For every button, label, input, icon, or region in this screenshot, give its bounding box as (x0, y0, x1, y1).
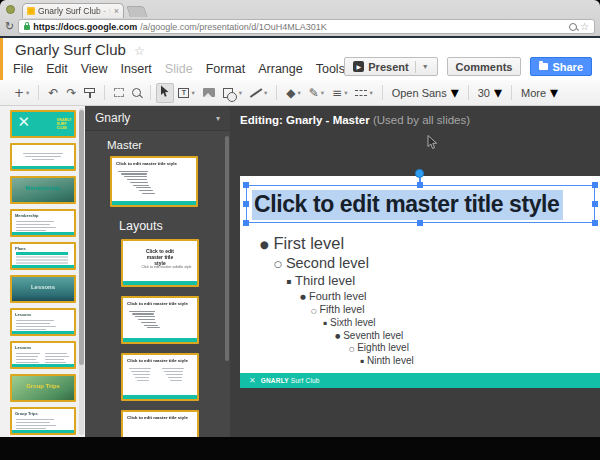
filmstrip-scrollbar[interactable] (79, 108, 84, 435)
present-dropdown[interactable]: ▼ (415, 61, 429, 73)
master-slide-thumbnail[interactable]: Click to edit master title style (110, 156, 198, 207)
resize-handle-sw[interactable] (243, 220, 249, 226)
font-size-value: 30 (478, 87, 490, 99)
star-document-icon[interactable]: ☆ (134, 44, 145, 58)
glyph: ↶ (48, 87, 58, 99)
text-line (129, 368, 151, 370)
present-button[interactable]: ▶ Present ▼ (344, 57, 437, 76)
magnifier-glyph (132, 88, 141, 97)
resize-handle-e[interactable] (592, 201, 598, 207)
text-line (45, 359, 64, 361)
tab-close-icon[interactable]: × (114, 7, 119, 16)
more-menu[interactable]: More ▾ (517, 83, 562, 102)
master-slide[interactable]: Click to edit master title style ●First … (240, 176, 600, 388)
master-panel: Gnarly ▾ Master Click to edit master tit… (85, 106, 230, 437)
mouse-cursor-icon (427, 135, 438, 154)
reload-icon[interactable]: ↻ (5, 21, 14, 32)
bullet-marker-icon: ○ (311, 307, 317, 315)
layout-thumbnail-1[interactable]: Click to edit master title styleClick to… (121, 239, 199, 287)
zoom-icon[interactable] (128, 83, 145, 103)
text-line (16, 353, 40, 355)
slide-thumbnail-7[interactable]: Lessons (10, 308, 76, 336)
slide-thumbnail-2[interactable] (10, 143, 76, 171)
new-tab-button[interactable] (126, 6, 148, 17)
text-line (138, 319, 155, 320)
slide-thumbnail-8[interactable]: Lessons (10, 341, 76, 369)
undo-icon[interactable]: ↶ (44, 83, 62, 103)
master-title-text[interactable]: Click to edit master title style (252, 190, 563, 220)
menu-format[interactable]: Format (206, 62, 246, 76)
menu-view[interactable]: View (81, 62, 108, 76)
glyph: ↷ (66, 87, 76, 99)
window-control-button[interactable] (6, 5, 15, 14)
redo-icon[interactable]: ↷ (62, 83, 80, 103)
image-icon[interactable] (199, 83, 219, 103)
fit-zoom-icon[interactable] (110, 83, 128, 103)
resize-handle-s[interactable] (417, 220, 423, 226)
thumb-footer (12, 265, 74, 268)
menu-edit[interactable]: Edit (46, 62, 68, 76)
thumb-title: Membership (15, 213, 39, 218)
text-line (166, 374, 183, 376)
text-box-icon[interactable]: T▾ (174, 83, 198, 103)
document-title[interactable]: Gnarly Surf Club (15, 41, 126, 58)
font-size-select[interactable]: 30 ▾ (474, 83, 506, 102)
shape-icon[interactable]: ▾ (219, 83, 246, 103)
resize-handle-w[interactable] (243, 201, 249, 207)
line-dash-icon[interactable]: ▾ (351, 83, 376, 103)
thumb-photo: Lessons (12, 277, 74, 301)
line-color-icon[interactable]: ✎▾ (305, 83, 328, 103)
resize-handle-nw[interactable] (243, 182, 249, 188)
toolbar: +▾↶↷T▾▾▾◆▾✎▾≡▾▾ Open Sans ▾ 30 ▾ More ▾ (0, 80, 600, 106)
browser-tab[interactable]: Gnarly Surf Club - Googl × (22, 3, 124, 18)
menu-tools[interactable]: Tools (316, 62, 345, 76)
text-line (137, 380, 149, 382)
font-family-select[interactable]: Open Sans ▾ (388, 83, 463, 102)
slide-thumbnail-1[interactable]: ✕GNARLY SURF CLUB (10, 110, 76, 138)
fill-color-icon[interactable]: ◆▾ (282, 83, 305, 103)
filmstrip-list: ✕GNARLY SURF CLUBMembershipMembershipPla… (0, 106, 85, 435)
slide-thumbnail-6[interactable]: Lessons (10, 275, 76, 303)
search-icon[interactable] (569, 23, 577, 31)
line-tool-icon[interactable]: ▾ (246, 83, 271, 103)
rotation-handle[interactable] (415, 169, 424, 178)
resize-handle-ne[interactable] (592, 182, 598, 188)
slide-thumbnail-10[interactable]: Group Trips (10, 407, 76, 435)
menu-file[interactable]: File (13, 62, 33, 76)
theme-header[interactable]: Gnarly ▾ (85, 106, 230, 131)
menu-arrange[interactable]: Arrange (258, 62, 302, 76)
workspace: ✕GNARLY SURF CLUBMembershipMembershipPla… (0, 106, 600, 437)
shape-glyph (223, 88, 233, 98)
line-weight-icon[interactable]: ≡▾ (328, 83, 351, 103)
bullet-marker-icon: ● (300, 293, 306, 302)
title-placeholder[interactable]: Click to edit master title style (246, 185, 595, 223)
layout-thumbnail-4[interactable]: Click to edit master title style (121, 410, 199, 437)
thumb-title: Plans (15, 246, 26, 251)
chevron-down-icon: ▾ (26, 89, 29, 97)
new-slide-icon[interactable]: +▾ (10, 83, 33, 103)
menu-insert[interactable]: Insert (121, 62, 152, 76)
share-button[interactable]: Share (530, 57, 592, 76)
thumb-photo-title: Lessons (22, 284, 63, 291)
layout-thumbnail-2[interactable]: Click to edit master title style (121, 296, 199, 344)
resize-handle-n[interactable] (417, 182, 423, 188)
more-label: More (521, 87, 546, 99)
text-line (16, 425, 56, 427)
text-line (127, 179, 147, 180)
textbox-glyph: T (178, 88, 189, 98)
layout-thumbnail-3[interactable]: Click to edit master title style (121, 353, 199, 401)
resize-handle-se[interactable] (592, 220, 598, 226)
bookmark-star-icon[interactable]: ☆ (580, 22, 589, 32)
slide-thumbnail-5[interactable]: Plans (10, 242, 76, 270)
comments-button[interactable]: Comments (447, 57, 522, 76)
font-family-value: Open Sans (392, 87, 447, 99)
thumb-photo-title: Group Trips (22, 383, 63, 390)
url-bar[interactable]: https://docs.google.com /a/google.com/pr… (18, 19, 595, 34)
slide-thumbnail-3[interactable]: Membership (10, 176, 76, 204)
slide-thumbnail-9[interactable]: Group Trips (10, 374, 76, 402)
panel-scrollbar[interactable] (225, 136, 229, 361)
slide-thumbnail-4[interactable]: Membership (10, 209, 76, 237)
select-tool-icon[interactable] (156, 83, 174, 103)
paint-format-icon[interactable] (80, 83, 99, 103)
body-placeholder[interactable]: ●First level○Second level▪Third level●Fo… (260, 233, 600, 368)
